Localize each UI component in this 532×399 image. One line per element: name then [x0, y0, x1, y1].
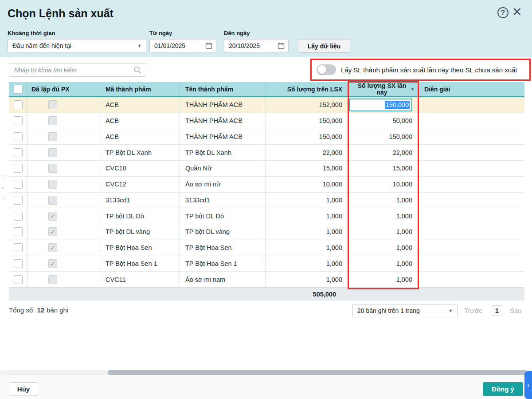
calendar-icon[interactable]	[205, 42, 212, 49]
side-panel-tab[interactable]: ‹	[524, 371, 532, 399]
col-qty-sx[interactable]: Số lượng SX lần này ▼	[348, 82, 419, 96]
col-px-done[interactable]: Đã lập đủ PX	[27, 82, 100, 96]
select-all-checkbox[interactable]	[14, 85, 23, 94]
table-row[interactable]: ACB THÀNH PHẨM ACB 150,000 50,000	[9, 113, 524, 129]
period-select[interactable]: Đầu năm đến hiện tại ▼	[8, 39, 146, 52]
cell-product-code: TP Bột DL Xanh	[100, 145, 180, 160]
next-page-button[interactable]: Sau	[510, 307, 522, 314]
col-product-code[interactable]: Mã thành phẩm	[100, 82, 180, 96]
cell-qty-sx[interactable]: 50,000	[348, 113, 419, 129]
table-row[interactable]: ACB THÀNH PHẨM ACB 150,000 150,000	[9, 129, 524, 145]
page-size-select[interactable]: 20 bản ghi trên 1 trang ▼	[352, 304, 458, 317]
table-row[interactable]: ✓ TP Bột Hoa Sen 1 TP Bột Hoa Sen 1 1,00…	[9, 256, 524, 272]
cell-qty-sx[interactable]: 1,000	[348, 240, 419, 256]
to-date-input[interactable]: 20/10/2025	[224, 39, 289, 52]
table-row[interactable]: CVC12 Áo sơ mi nữ 10,000 10,000	[9, 177, 524, 193]
row-select-checkbox[interactable]	[14, 132, 23, 141]
prev-page-button[interactable]: Trước	[464, 307, 482, 314]
px-done-checkbox: ✓	[48, 243, 57, 252]
col-note[interactable]: Diễn giải	[419, 82, 524, 96]
cell-product-code: ACB	[100, 113, 180, 129]
row-select-checkbox[interactable]	[14, 100, 23, 109]
to-date-value: 20/10/2025	[224, 42, 278, 49]
cell-qty-lsx: 1,000	[265, 193, 348, 208]
bottom-action-bar	[0, 375, 532, 399]
close-icon[interactable]: ✕	[512, 5, 522, 19]
row-select-checkbox[interactable]	[14, 196, 23, 205]
current-page[interactable]: 1	[492, 305, 502, 316]
cell-product-name: TP Bột Hoa Sen 1	[180, 256, 265, 272]
table-body: ACB THÀNH PHẨM ACB 152,000 150,000 ACB T…	[9, 97, 524, 288]
cell-note[interactable]	[419, 224, 524, 240]
chevron-down-icon: ▼	[449, 308, 453, 313]
cell-qty-sx[interactable]: 1,000	[348, 272, 419, 287]
cell-note[interactable]	[419, 161, 524, 176]
px-done-checkbox: ✓	[48, 259, 57, 268]
row-select-checkbox[interactable]	[14, 180, 23, 189]
help-icon[interactable]: ?	[497, 7, 509, 18]
table-row[interactable]: ✓ TP Bột Hoa Sen TP Bột Hoa Sen 1,000 1,…	[9, 240, 524, 256]
cell-note[interactable]	[419, 208, 524, 224]
row-select-checkbox[interactable]	[14, 164, 23, 173]
table-row[interactable]: CVC11 Áo sơ mi nam 1,000 1,000	[9, 272, 524, 288]
toggle-switch-off[interactable]	[317, 64, 336, 75]
table-row[interactable]: ACB THÀNH PHẨM ACB 152,000 150,000	[9, 97, 524, 113]
row-select-checkbox[interactable]	[14, 243, 23, 252]
table-row[interactable]: TP Bột DL Xanh TP Bột DL Xanh 22,000 22,…	[9, 145, 524, 161]
cell-qty-sx[interactable]: 1,000	[348, 208, 419, 224]
cancel-button[interactable]: Hủy	[9, 382, 38, 396]
row-select-checkbox[interactable]	[14, 148, 23, 157]
records-summary: Tổng số:12bản ghi	[9, 306, 68, 314]
horizontal-scrollbar-thumb[interactable]	[108, 370, 528, 375]
cell-qty-sx[interactable]: 10,000	[348, 177, 419, 192]
cell-qty-sx[interactable]: 150,000	[348, 129, 419, 145]
page-size-value: 20 bản ghi trên 1 trang	[353, 307, 449, 314]
table-footer: 505,000	[9, 288, 524, 300]
cell-note[interactable]	[419, 129, 524, 145]
cell-qty-sx[interactable]: 1,000	[348, 256, 419, 272]
col-qty-lsx[interactable]: Số lượng trên LSX	[265, 82, 348, 96]
px-done-checkbox: ✓	[48, 212, 57, 221]
from-date-input[interactable]: 01/01/2025	[149, 39, 216, 52]
search-icon	[133, 66, 141, 74]
cell-product-code: CVC12	[100, 177, 180, 192]
cell-note[interactable]	[419, 256, 524, 272]
panel-expand-handle[interactable]: «	[0, 175, 5, 200]
qty-sx-input[interactable]: 150,000	[349, 99, 412, 111]
cell-qty-sx[interactable]: 22,000	[348, 145, 419, 160]
px-done-checkbox: ✓	[48, 227, 57, 236]
cell-note[interactable]	[419, 193, 524, 208]
col-product-name[interactable]: Tên thành phẩm	[180, 82, 265, 96]
sort-down-icon[interactable]: ▼	[411, 86, 415, 93]
cell-product-code: CVC10	[100, 161, 180, 176]
cell-note[interactable]	[419, 240, 524, 256]
table-row[interactable]: 3133cd1 3133cd1 1,000 1,000	[9, 193, 524, 209]
cell-note[interactable]	[419, 97, 524, 113]
cell-qty-sx[interactable]: 1,000	[348, 193, 419, 208]
cell-qty-sx[interactable]: 1,000	[348, 224, 419, 240]
cell-note[interactable]	[419, 145, 524, 160]
calendar-icon[interactable]	[278, 42, 285, 49]
table-row[interactable]: ✓ TP bột DL Đỏ TP bột DL Đỏ 1,000 1,000	[9, 208, 524, 224]
chevron-left-icon: ‹	[527, 382, 529, 389]
cell-note[interactable]	[419, 177, 524, 192]
ok-button[interactable]: Đồng ý	[483, 382, 523, 396]
cell-qty-lsx: 1,000	[265, 256, 348, 272]
cell-qty-sx[interactable]: 150,000	[348, 97, 419, 113]
cell-qty-sx[interactable]: 15,000	[348, 161, 419, 176]
search-input[interactable]	[9, 66, 133, 74]
row-select-checkbox[interactable]	[14, 116, 23, 125]
row-select-checkbox[interactable]	[14, 275, 23, 284]
cell-note[interactable]	[419, 113, 524, 129]
row-select-checkbox[interactable]	[14, 227, 23, 236]
row-select-checkbox[interactable]	[14, 212, 23, 221]
cell-qty-lsx: 1,000	[265, 224, 348, 240]
load-data-button[interactable]: Lấy dữ liệu	[298, 39, 350, 53]
cell-note[interactable]	[419, 272, 524, 287]
production-orders-table: Đã lập đủ PX Mã thành phẩm Tên thành phẩ…	[9, 82, 524, 300]
cell-product-name: TP bột DL vàng	[180, 224, 265, 240]
table-row[interactable]: ✓ TP bột DL vàng TP bột DL vàng 1,000 1,…	[9, 224, 524, 240]
row-select-checkbox[interactable]	[14, 259, 23, 268]
search-box[interactable]	[9, 63, 146, 77]
table-row[interactable]: CVC10 Quần Nữ 15,000 15,000	[9, 161, 524, 177]
